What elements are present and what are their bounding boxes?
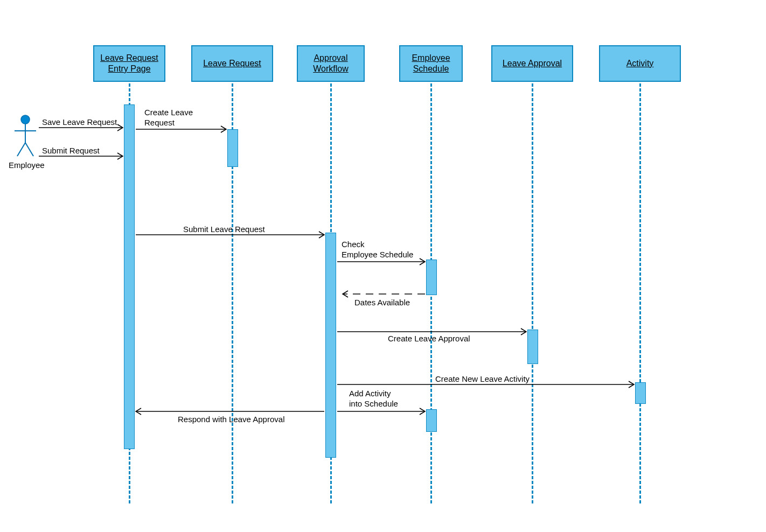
msg-dates-available: Dates Available [354,298,410,308]
msg-submit-leave-request: Submit Leave Request [183,225,265,235]
participant-entry-page: Leave Request Entry Page [93,45,165,82]
svg-line-4 [25,143,33,156]
svg-line-3 [17,143,25,156]
lifeline-leave-approval [532,83,533,503]
activation-employee-schedule-2 [426,409,437,432]
msg-create-leave-approval: Create Leave Approval [388,334,470,344]
participant-activity: Activity [599,45,681,82]
msg-create-leave-request: Create Leave Request [144,108,193,128]
participant-label: Leave Request [203,58,261,69]
participant-employee-schedule: Employee Schedule [399,45,463,82]
msg-save-leave-request: Save Leave Request [42,117,117,128]
participant-label: Activity [626,58,654,69]
msg-submit-request: Submit Request [42,146,100,156]
participant-leave-approval: Leave Approval [491,45,573,82]
svg-point-0 [21,115,30,124]
participant-label: Leave Request Entry Page [99,53,160,74]
participant-label: Employee Schedule [405,53,457,74]
actor-label: Employee [9,160,45,170]
participant-leave-request: Leave Request [191,45,273,82]
activation-employee-schedule-1 [426,260,437,295]
msg-create-new-leave-activity: Create New Leave Activity [435,374,530,384]
participant-approval-workflow: Approval Workflow [297,45,365,82]
msg-check-employee-schedule: Check Employee Schedule [342,240,413,260]
activation-approval-workflow [325,233,336,458]
msg-respond-with-leave-approval: Respond with Leave Approval [178,415,284,425]
participant-label: Leave Approval [503,58,562,69]
activation-entry-page [124,104,135,449]
msg-add-activity-into-schedule: Add Activity into Schedule [349,389,398,409]
activation-leave-request [227,129,238,167]
participant-label: Approval Workflow [302,53,359,74]
activation-leave-approval [527,330,538,364]
activation-activity [635,382,646,404]
lifeline-activity [639,83,641,503]
